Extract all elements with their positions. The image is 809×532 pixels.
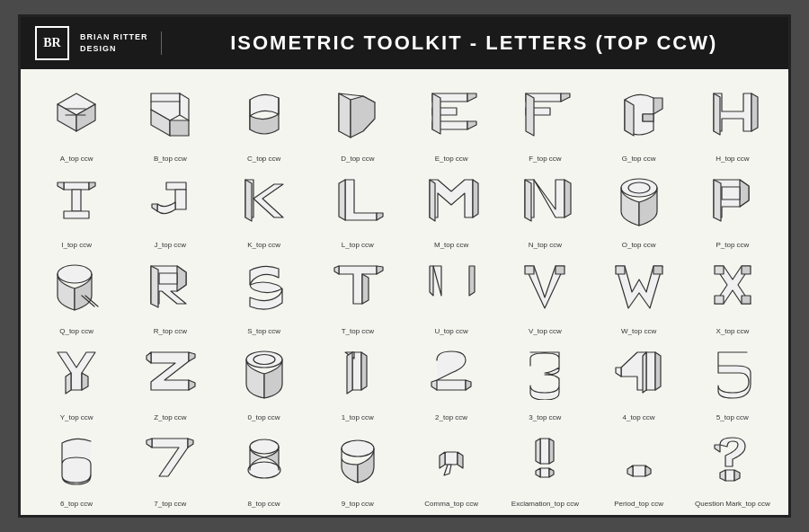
svg-marker-100 bbox=[440, 452, 445, 468]
letter-T: T_top ccw bbox=[311, 249, 404, 335]
svg-marker-41 bbox=[473, 180, 478, 217]
letter-G-label: G_top ccw bbox=[622, 155, 656, 163]
svg-marker-29 bbox=[58, 182, 64, 190]
letter-period: Period_top ccw bbox=[592, 421, 686, 508]
letter-D: D_top ccw bbox=[311, 76, 404, 163]
svg-rect-99 bbox=[445, 452, 458, 465]
svg-rect-102 bbox=[540, 439, 549, 464]
logo-box: BR bbox=[35, 26, 69, 60]
letter-Z: Z_top ccw bbox=[123, 335, 217, 421]
svg-marker-95 bbox=[188, 439, 193, 448]
letter-U: U_top ccw bbox=[404, 249, 498, 335]
svg-marker-104 bbox=[549, 439, 554, 464]
svg-marker-12 bbox=[351, 96, 375, 137]
letter-question-label: Question Mark_top ccw bbox=[695, 500, 770, 508]
letter-X: X_top ccw bbox=[686, 249, 779, 335]
svg-marker-36 bbox=[345, 180, 377, 220]
svg-marker-89 bbox=[616, 368, 621, 377]
letter-P: P_top ccw bbox=[686, 163, 779, 249]
svg-marker-26 bbox=[64, 182, 89, 190]
letter-V-label: V_top ccw bbox=[529, 327, 562, 335]
letter-Q: Q_top ccw bbox=[30, 249, 123, 335]
letter-S-label: S_top ccw bbox=[247, 327, 280, 335]
svg-marker-79 bbox=[147, 352, 151, 363]
letter-7-label: 7_top ccw bbox=[154, 500, 186, 508]
letter-Z-label: Z_top ccw bbox=[154, 413, 186, 421]
svg-marker-16 bbox=[432, 93, 440, 134]
svg-marker-33 bbox=[152, 204, 157, 211]
brand-name: BRIAN RITTER DESIGN bbox=[80, 31, 162, 54]
letter-1: 1_top ccw bbox=[311, 335, 404, 421]
letter-5-label: 5_top ccw bbox=[716, 413, 749, 421]
svg-marker-81 bbox=[189, 380, 195, 390]
svg-marker-43 bbox=[534, 180, 565, 217]
svg-marker-57 bbox=[339, 266, 377, 304]
letter-exclamation: Exclamation_top ccw bbox=[498, 421, 591, 508]
svg-marker-114 bbox=[734, 470, 740, 481]
svg-marker-32 bbox=[175, 190, 186, 209]
svg-marker-91 bbox=[643, 352, 646, 393]
letter-C: C_top ccw bbox=[218, 76, 311, 163]
letter-A: A_top ccw bbox=[30, 76, 123, 163]
letter-Q-label: Q_top ccw bbox=[59, 327, 93, 335]
svg-marker-56 bbox=[159, 273, 177, 284]
letter-comma: Comma_top ccw bbox=[404, 421, 498, 508]
svg-marker-66 bbox=[556, 266, 565, 274]
row-5: 6_top ccw 7_top ccw bbox=[30, 421, 779, 508]
letter-H-label: H_top ccw bbox=[716, 155, 749, 163]
svg-marker-75 bbox=[58, 352, 95, 390]
svg-rect-105 bbox=[540, 468, 549, 477]
svg-marker-68 bbox=[616, 266, 625, 274]
letter-3-label: 3_top ccw bbox=[529, 413, 561, 421]
letter-V: V_top ccw bbox=[498, 249, 591, 335]
letter-X-label: X_top ccw bbox=[716, 327, 749, 335]
svg-marker-109 bbox=[627, 466, 633, 476]
letter-D-label: D_top ccw bbox=[341, 155, 374, 163]
svg-marker-73 bbox=[715, 296, 724, 304]
letter-2: 2_top ccw bbox=[404, 335, 498, 421]
svg-marker-72 bbox=[742, 266, 751, 274]
letter-1-label: 1_top ccw bbox=[342, 413, 374, 421]
letter-T-label: T_top ccw bbox=[342, 327, 374, 335]
svg-marker-21 bbox=[526, 93, 534, 136]
letter-N-label: N_top ccw bbox=[529, 241, 562, 249]
letter-E: E_top ccw bbox=[404, 76, 498, 163]
svg-marker-45 bbox=[565, 180, 571, 217]
svg-marker-11 bbox=[339, 93, 351, 137]
svg-marker-63 bbox=[469, 266, 475, 296]
svg-marker-50 bbox=[722, 187, 740, 200]
svg-marker-86 bbox=[347, 352, 352, 394]
letter-8: 8_top ccw bbox=[218, 421, 311, 508]
letter-4: 4_top ccw bbox=[592, 335, 686, 421]
letter-O: O_top ccw bbox=[592, 163, 686, 249]
svg-marker-60 bbox=[362, 274, 369, 304]
svg-marker-55 bbox=[151, 266, 158, 307]
svg-marker-40 bbox=[430, 180, 435, 221]
svg-marker-78 bbox=[151, 352, 189, 390]
letter-B: B_top ccw bbox=[123, 76, 217, 163]
letter-S: S_top ccw bbox=[218, 249, 311, 335]
letter-J-label: J_top ccw bbox=[155, 241, 187, 249]
letter-Y-label: Y_top ccw bbox=[60, 413, 93, 421]
letter-3: 3_top ccw bbox=[498, 335, 591, 421]
letter-H: H_top ccw bbox=[686, 76, 779, 163]
svg-marker-90 bbox=[646, 352, 655, 390]
letter-I: I_top ccw bbox=[30, 163, 123, 249]
svg-marker-58 bbox=[334, 266, 339, 274]
letter-exclamation-label: Exclamation_top ccw bbox=[511, 500, 579, 508]
letter-9: 9_top ccw bbox=[311, 421, 404, 508]
svg-marker-106 bbox=[536, 468, 540, 477]
row-1: A_top ccw B_top ccw bbox=[30, 76, 779, 163]
svg-point-83 bbox=[253, 354, 275, 364]
main-container: BR BRIAN RITTER DESIGN ISOMETRIC TOOLKIT… bbox=[18, 14, 791, 518]
letter-W: W_top ccw bbox=[592, 249, 686, 335]
svg-marker-18 bbox=[467, 121, 476, 129]
letter-N: N_top ccw bbox=[498, 163, 591, 249]
letter-5: 5_top ccw bbox=[686, 335, 779, 421]
letter-0: 0_top ccw bbox=[218, 335, 311, 421]
letter-L: L_top ccw bbox=[311, 163, 404, 249]
svg-marker-111 bbox=[715, 445, 720, 452]
svg-marker-69 bbox=[653, 266, 662, 274]
svg-marker-38 bbox=[377, 213, 383, 220]
svg-marker-71 bbox=[715, 266, 724, 274]
